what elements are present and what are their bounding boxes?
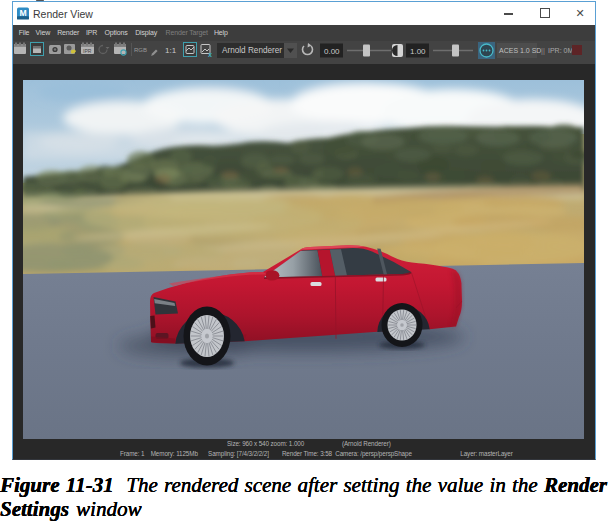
svg-text:M: M (19, 8, 26, 18)
svg-text:0.00: 0.00 (324, 47, 340, 56)
svg-text:||: || (541, 46, 545, 55)
svg-text:x: x (208, 51, 212, 58)
svg-text:RGB: RGB (134, 47, 147, 53)
svg-text:IPR: IPR (83, 48, 92, 54)
svg-text:ACES 1.0 SD: ACES 1.0 SD (499, 47, 541, 54)
svg-text:1.00: 1.00 (410, 47, 426, 56)
svg-text:Arnold Renderer: Arnold Renderer (222, 46, 282, 55)
svg-text:1:1: 1:1 (165, 46, 177, 55)
